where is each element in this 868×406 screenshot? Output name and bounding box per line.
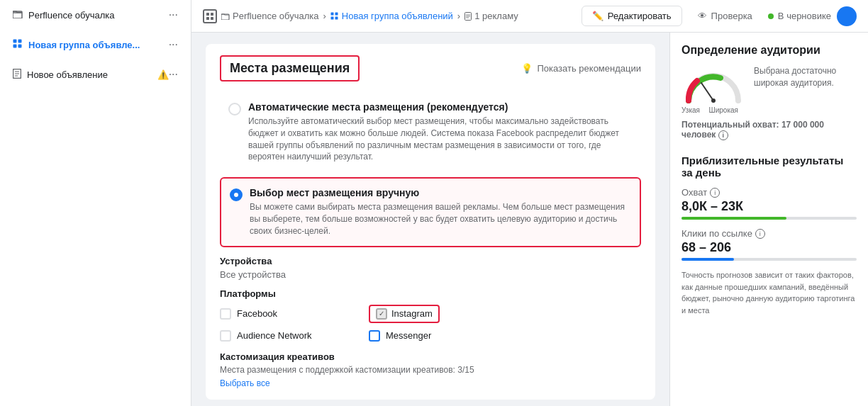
sidebar-perfluence-label: Perfluence обучалка — [28, 10, 169, 21]
audience-network-checkbox[interactable] — [220, 330, 231, 342]
svg-line-16 — [701, 83, 713, 101]
clicks-info[interactable]: i — [755, 229, 765, 239]
bulb-icon: 💡 — [521, 63, 533, 74]
audience-title: Определение аудитории — [681, 44, 857, 57]
svg-rect-11 — [330, 12, 333, 15]
review-eye-icon: 👁 — [698, 11, 707, 21]
customization-section: Кастомизация креативов Места размещения … — [220, 351, 641, 388]
svg-rect-8 — [206, 17, 209, 20]
breadcrumb-toggle[interactable] — [203, 9, 217, 23]
main-area: Perfluence обучалка › Новая группа объяв… — [191, 0, 868, 406]
placements-title: Места размещения — [220, 55, 360, 81]
breadcrumb-ad-label: 1 рекламу — [474, 11, 518, 21]
show-recommendations-button[interactable]: 💡 Показать рекомендации — [521, 63, 641, 74]
audience-section: Определение аудитории — [681, 44, 857, 140]
avatar[interactable] — [837, 6, 857, 26]
platform-audience-network[interactable]: Audience Network — [220, 330, 355, 342]
results-note: Точность прогнозов зависит от таких факт… — [681, 269, 857, 316]
top-bar: Perfluence обучалка › Новая группа объяв… — [191, 0, 868, 33]
auto-radio[interactable] — [228, 103, 241, 115]
auto-placement-option[interactable]: Автоматические места размещения (рекомен… — [220, 93, 641, 171]
wide-label: Широкая — [709, 106, 738, 114]
clicks-label-text: Клики по ссылке — [681, 228, 752, 239]
auto-option-label: Автоматические места размещения (рекомен… — [248, 101, 633, 113]
breadcrumb-perfluence[interactable]: Perfluence обучалка — [221, 11, 318, 21]
devices-section: Устройства Все устройства — [220, 256, 641, 280]
sidebar-adgroup-more[interactable]: ··· — [169, 38, 178, 51]
draft-dot — [768, 13, 774, 19]
messenger-checkbox[interactable] — [369, 330, 380, 342]
svg-rect-6 — [206, 13, 209, 16]
audience-desc-text: Выбрана достаточно широкая аудитория. — [754, 66, 836, 88]
sidebar-adgroup-label: Новая группа объявле... — [28, 40, 169, 50]
facebook-checkbox[interactable] — [220, 308, 231, 320]
platforms-title: Платформы — [220, 288, 641, 299]
svg-rect-9 — [211, 17, 213, 20]
draft-label: В черновике — [778, 11, 831, 21]
clicks-label: Клики по ссылке i — [681, 228, 857, 239]
results-section: Приблизительные результаты за день Охват… — [681, 154, 857, 316]
platform-facebook[interactable]: Facebook — [220, 305, 355, 323]
results-title: Приблизительные результаты за день — [681, 154, 857, 179]
folder-icon — [13, 9, 23, 21]
audience-gauge-row: Узкая Широкая Выбрана достаточно широкая… — [681, 65, 857, 114]
review-button[interactable]: 👁 Проверка — [688, 6, 762, 26]
instagram-checkbox[interactable]: ✓ — [376, 308, 387, 320]
sidebar-item-ad[interactable]: Новое объявление ⚠️ ··· — [4, 61, 187, 88]
sidebar-item-adgroup[interactable]: Новая группа объявле... ··· — [4, 31, 187, 58]
potential-reach: Потенциальный охват: 17 000 000 человек … — [681, 120, 857, 140]
breadcrumb: Perfluence обучалка › Новая группа объяв… — [203, 9, 576, 23]
potential-reach-label: Потенциальный охват: — [681, 120, 779, 130]
grid-icon — [13, 39, 23, 51]
customization-desc: Места размещения с поддержкой кастомизац… — [220, 365, 641, 375]
potential-reach-info[interactable]: i — [718, 130, 728, 140]
clicks-bar — [681, 258, 857, 261]
manual-radio[interactable] — [230, 188, 243, 201]
facebook-label: Facebook — [237, 308, 277, 319]
platform-instagram[interactable]: ✓ Instagram — [369, 305, 503, 323]
review-button-label: Проверка — [711, 11, 752, 21]
right-panel: Определение аудитории — [669, 33, 868, 406]
audience-desc: Выбрана достаточно широкая аудитория. — [754, 65, 857, 89]
show-recommendations-label: Показать рекомендации — [537, 63, 641, 74]
audience-network-label: Audience Network — [237, 330, 312, 341]
placements-card: Места размещения 💡 Показать рекомендации… — [206, 44, 655, 400]
breadcrumb-adgroup[interactable]: Новая группа объявлений — [330, 11, 453, 21]
svg-rect-12 — [335, 12, 338, 15]
reach-bar — [681, 217, 857, 220]
svg-rect-2 — [18, 39, 22, 43]
auto-option-desc: Используйте автоматический выбор мест ра… — [248, 115, 633, 163]
reach-bar-fill — [681, 217, 786, 220]
reach-info[interactable]: i — [710, 188, 720, 198]
manual-option-label: Выбор мест размещения вручную — [250, 187, 631, 198]
narrow-label: Узкая — [681, 106, 700, 114]
devices-value: Все устройства — [220, 269, 641, 280]
platform-messenger[interactable]: Messenger — [369, 330, 503, 342]
instagram-label: Instagram — [391, 308, 433, 319]
manual-placement-option[interactable]: Выбор мест размещения вручную Вы можете … — [220, 177, 641, 247]
edit-button-label: Редактировать — [608, 11, 672, 21]
gauge-axis: Узкая Широкая — [681, 106, 738, 114]
reach-value: 8,0К – 23К — [681, 199, 857, 214]
platforms-list: Facebook ✓ Instagram — [220, 305, 503, 342]
manual-option-content: Выбор мест размещения вручную Вы можете … — [250, 187, 631, 237]
devices-title: Устройства — [220, 256, 641, 266]
sidebar-perfluence-more[interactable]: ··· — [169, 9, 178, 21]
sidebar-item-perfluence[interactable]: Perfluence обучалка ··· — [4, 1, 187, 28]
action-buttons: ✏️ Редактировать 👁 Проверка — [582, 6, 762, 26]
platforms-grid: Facebook ✓ Instagram — [220, 305, 641, 342]
sidebar-ad-more[interactable]: ··· — [169, 68, 178, 81]
svg-rect-1 — [13, 39, 17, 43]
section-header: Места размещения 💡 Показать рекомендации — [220, 55, 641, 81]
content-area: Места размещения 💡 Показать рекомендации… — [191, 33, 868, 406]
breadcrumb-ad[interactable]: 1 рекламу — [464, 11, 518, 21]
audience-gauge — [681, 65, 745, 104]
select-all-link[interactable]: Выбрать все — [220, 378, 270, 388]
sidebar-ad-label: Новое объявление — [27, 69, 157, 80]
clicks-value: 68 – 206 — [681, 240, 857, 255]
breadcrumb-adgroup-label: Новая группа объявлений — [342, 11, 453, 21]
instagram-wrapper[interactable]: ✓ Instagram — [369, 305, 440, 323]
sidebar: Perfluence обучалка ··· Новая группа объ… — [0, 0, 191, 406]
reach-label: Охват i — [681, 187, 857, 198]
edit-button[interactable]: ✏️ Редактировать — [582, 6, 682, 26]
